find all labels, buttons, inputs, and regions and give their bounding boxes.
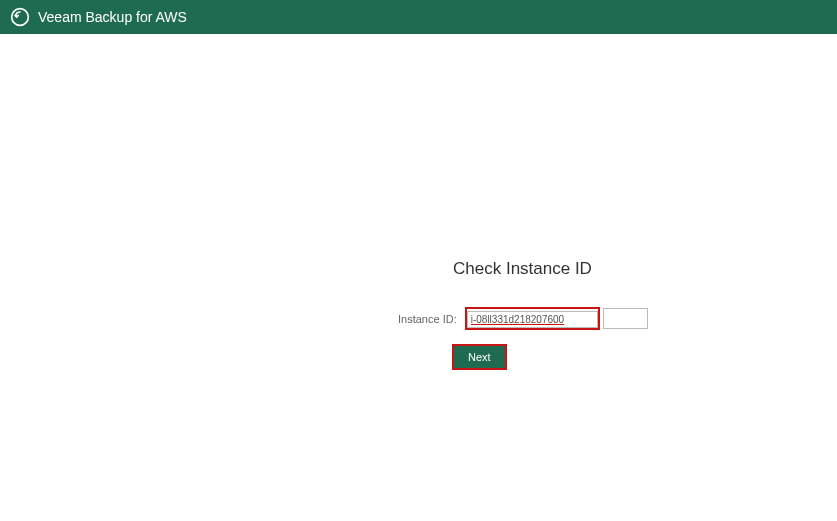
input-extension-box[interactable] (603, 308, 648, 329)
check-instance-form: Check Instance ID Instance ID: Next (398, 259, 648, 370)
input-highlight (465, 307, 600, 330)
app-header: Veeam Backup for AWS (0, 0, 837, 34)
next-button[interactable]: Next (454, 346, 505, 368)
instance-id-input[interactable] (467, 311, 598, 328)
app-title: Veeam Backup for AWS (38, 9, 187, 25)
form-heading: Check Instance ID (453, 259, 648, 279)
veeam-logo-icon (10, 7, 30, 27)
main-content: Check Instance ID Instance ID: Next (0, 34, 837, 521)
instance-id-label: Instance ID: (398, 313, 457, 325)
button-row: Next (452, 344, 648, 370)
instance-id-row: Instance ID: (398, 307, 648, 330)
button-highlight: Next (452, 344, 507, 370)
